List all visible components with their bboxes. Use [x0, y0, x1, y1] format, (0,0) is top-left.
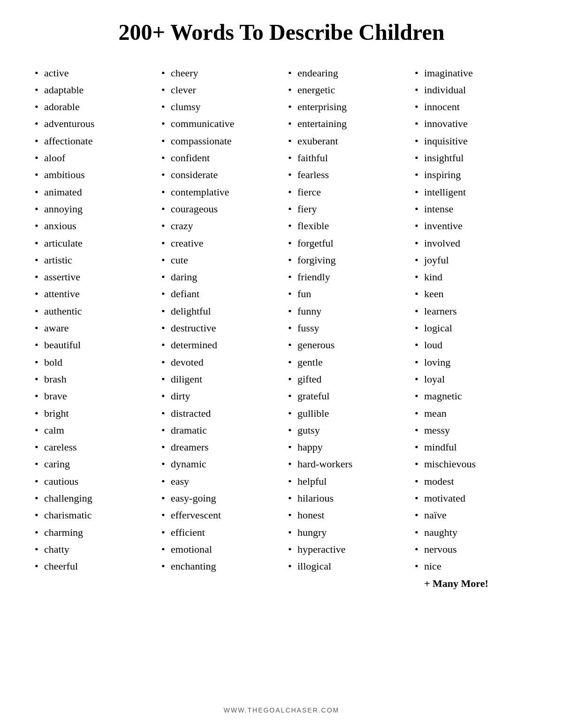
list-item: enterprising [286, 98, 403, 115]
list-item: easy [160, 473, 277, 490]
list-item: mischievous [413, 456, 530, 473]
list-item: individual [413, 82, 530, 98]
list-item: friendly [286, 269, 403, 285]
list-item: fearless [286, 166, 403, 183]
column-3: endearingenergeticenterprisingentertaini… [282, 65, 408, 692]
list-item: destructive [160, 320, 277, 337]
list-item: challenging [33, 490, 150, 507]
list-item: innocent [413, 98, 530, 115]
list-item: forgetful [286, 235, 403, 252]
list-item: clever [160, 82, 277, 98]
list-item: gutsy [286, 422, 403, 439]
word-list-4: imaginativeindividualinnocentinnovativei… [413, 65, 530, 575]
list-item: efficient [160, 524, 277, 541]
list-item: articulate [33, 235, 150, 252]
list-item: dreamers [160, 439, 277, 456]
list-item: gifted [286, 371, 403, 388]
list-item: brave [33, 388, 150, 405]
list-item: faithful [286, 150, 403, 166]
list-item: gentle [286, 354, 403, 371]
more-text: + Many More! [413, 575, 530, 592]
list-item: caring [33, 456, 150, 473]
list-item: mean [413, 405, 530, 422]
list-item: active [33, 65, 150, 82]
list-item: helpful [286, 473, 403, 490]
list-item: energetic [286, 82, 403, 98]
word-columns: activeadaptableadorableadventurousaffect… [28, 65, 535, 692]
list-item: contemplative [160, 184, 277, 201]
list-item: insightful [413, 150, 530, 166]
list-item: grateful [286, 388, 403, 405]
list-item: nervous [413, 541, 530, 558]
list-item: naïve [413, 507, 530, 524]
list-item: joyful [413, 252, 530, 269]
list-item: motivated [413, 490, 530, 507]
list-item: charismatic [33, 507, 150, 524]
list-item: innovative [413, 115, 530, 132]
list-item: devoted [160, 354, 277, 371]
list-item: easy-going [160, 490, 277, 507]
list-item: forgiving [286, 252, 403, 269]
list-item: fiery [286, 201, 403, 218]
list-item: ambitious [33, 166, 150, 183]
list-item: mindful [413, 439, 530, 456]
list-item: honest [286, 507, 403, 524]
list-item: affectionate [33, 133, 150, 150]
list-item: entertaining [286, 115, 403, 132]
list-item: anxious [33, 218, 150, 234]
list-item: intelligent [413, 184, 530, 201]
list-item: hard-workers [286, 456, 403, 473]
footer-url: WWW.THEGOALCHASER.COM [224, 706, 340, 714]
list-item: enchanting [160, 558, 277, 575]
list-item: crazy [160, 218, 277, 234]
list-item: clumsy [160, 98, 277, 115]
list-item: diligent [160, 371, 277, 388]
word-list-3: endearingenergeticenterprisingentertaini… [286, 65, 403, 575]
list-item: fierce [286, 184, 403, 201]
list-item: determined [160, 337, 277, 353]
list-item: assertive [33, 269, 150, 285]
list-item: cute [160, 252, 277, 269]
list-item: chatty [33, 541, 150, 558]
column-1: activeadaptableadorableadventurousaffect… [28, 65, 155, 692]
list-item: happy [286, 439, 403, 456]
list-item: creative [160, 235, 277, 252]
list-item: dynamic [160, 456, 277, 473]
list-item: distracted [160, 405, 277, 422]
list-item: dirty [160, 388, 277, 405]
list-item: delightful [160, 303, 277, 320]
list-item: adventurous [33, 115, 150, 132]
list-item: communicative [160, 115, 277, 132]
list-item: animated [33, 184, 150, 201]
list-item: logical [413, 320, 530, 337]
list-item: learners [413, 303, 530, 320]
list-item: flexible [286, 218, 403, 234]
word-list-2: cheerycleverclumsycommunicativecompassio… [160, 65, 277, 575]
list-item: attentive [33, 285, 150, 302]
list-item: fussy [286, 320, 403, 337]
list-item: keen [413, 285, 530, 302]
list-item: loud [413, 337, 530, 353]
list-item: bold [33, 354, 150, 371]
list-item: careless [33, 439, 150, 456]
list-item: authentic [33, 303, 150, 320]
list-item: inquisitive [413, 133, 530, 150]
list-item: naughty [413, 524, 530, 541]
list-item: dramatic [160, 422, 277, 439]
list-item: loving [413, 354, 530, 371]
page-title: 200+ Words To Describe Children [118, 19, 444, 46]
list-item: adorable [33, 98, 150, 115]
list-item: generous [286, 337, 403, 353]
list-item: intense [413, 201, 530, 218]
list-item: adaptable [33, 82, 150, 98]
list-item: bright [33, 405, 150, 422]
list-item: daring [160, 269, 277, 285]
list-item: calm [33, 422, 150, 439]
list-item: illogical [286, 558, 403, 575]
list-item: courageous [160, 201, 277, 218]
column-2: cheerycleverclumsycommunicativecompassio… [155, 65, 282, 692]
list-item: inspiring [413, 166, 530, 183]
list-item: aware [33, 320, 150, 337]
list-item: artistic [33, 252, 150, 269]
list-item: modest [413, 473, 530, 490]
